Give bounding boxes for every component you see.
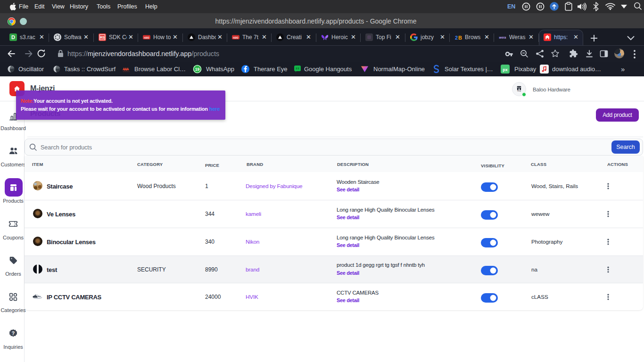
svg-text:D: D (11, 34, 15, 40)
svg-text:B: B (458, 35, 462, 41)
svg-text:wera: wera (499, 36, 506, 39)
svg-text:RS: RS (100, 36, 105, 39)
svg-text:H2O: H2O (233, 36, 239, 39)
svg-text:2: 2 (455, 35, 458, 41)
svg-text:Shop: Shop (517, 90, 521, 92)
svg-text:px: px (503, 67, 508, 72)
svg-text:19: 19 (195, 67, 200, 72)
svg-text:?: ? (12, 330, 15, 336)
svg-text:H2O: H2O (144, 36, 149, 39)
